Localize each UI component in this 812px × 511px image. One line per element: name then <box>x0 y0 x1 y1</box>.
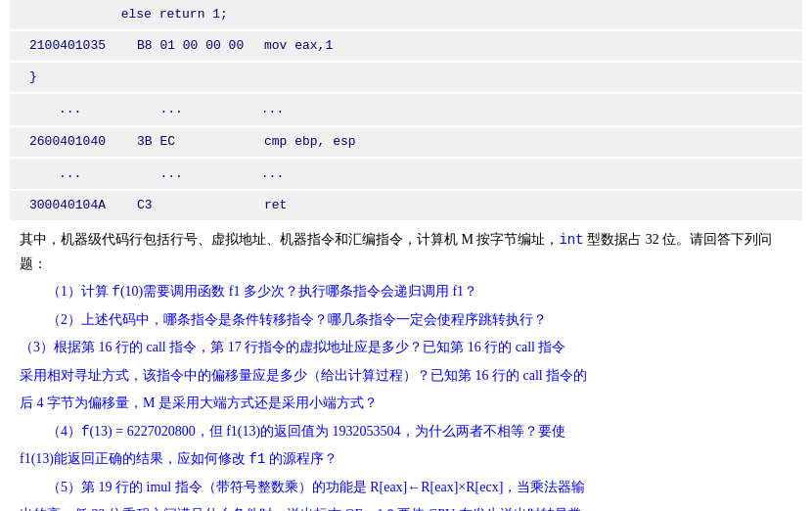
q4-indent <box>20 420 47 444</box>
q5-indent <box>20 476 47 500</box>
code-line-2: 2100401035 B8 01 00 00 00 mov eax,1 <box>29 35 783 57</box>
ellipsis-2-col3: ... <box>261 163 284 185</box>
code-section-4: 300040104A C3 ret <box>10 191 802 220</box>
int-keyword: int <box>559 232 583 248</box>
code-line-5: 300040104A C3 ret <box>29 195 783 216</box>
ellipsis-row-2: ... ... ... <box>29 163 783 185</box>
code-instr-4: cmp ebp, esp <box>264 131 356 153</box>
main-container: else return 1; 2100401035 B8 01 00 00 00… <box>0 0 812 511</box>
ellipsis-2-col2: ... <box>159 163 182 185</box>
question-3-line3: 后 4 字节为偏移量，M 是采用大端方式还是采用小端方式？ <box>20 392 792 416</box>
question-4-line2: f1(13)能返回正确的结果，应如何修改 f1 的源程序？ <box>20 447 792 472</box>
q3-line3-text: 后 4 字节为偏移量，M 是采用大端方式还是采用小端方式？ <box>20 395 378 410</box>
q3-line2-text: 采用相对寻址方式，该指令中的偏移量应是多少（给出计算过程）？已知第 16 行的 … <box>20 368 587 383</box>
code-line-4: 2600401040 3B EC cmp ebp, esp <box>29 131 783 153</box>
q4-line2-text: f1(13)能返回正确的结果，应如何修改 f1 的源程序？ <box>20 451 338 466</box>
q2-text: （2）上述代码中，哪条指令是条件转移指令？哪几条指令一定会使程序跳转执行？ <box>47 312 547 327</box>
ellipsis-2-col1: ... <box>59 163 81 185</box>
code-section-3: 2600401040 3B EC cmp ebp, esp <box>10 127 802 157</box>
code-content-1: else return 1; <box>121 4 228 25</box>
code-hex-4: 3B EC <box>137 131 264 153</box>
q3-line1-text: （3）根据第 16 行的 call 指令，第 17 行指令的虚拟地址应是多少？已… <box>20 340 565 354</box>
text-section: 其中，机器级代码行包括行号、虚拟地址、机器指令和汇编指令，计算机 M 按字节编址… <box>10 222 802 511</box>
ellipsis-1-col1: ... <box>59 98 81 120</box>
ellipsis-1-col3: ... <box>261 98 284 120</box>
code-addr-5: 300040104A <box>29 195 137 216</box>
brace-content: } <box>29 67 783 88</box>
code-instr-5: ret <box>264 195 287 216</box>
code-addr-4: 2600401040 <box>29 131 137 153</box>
q4-line1-text: （4）f(13) = 6227020800，但 f1(13)的返回值为 1932… <box>47 424 565 439</box>
intro-text: 其中，机器级代码行包括行号、虚拟地址、机器指令和汇编指令，计算机 M 按字节编址… <box>20 228 792 276</box>
question-3-line2: 采用相对寻址方式，该指令中的偏移量应是多少（给出计算过程）？已知第 16 行的 … <box>20 364 792 389</box>
question-5-line1: （5）第 19 行的 imul 指令（带符号整数乘）的功能是 R[eax]←R[… <box>20 476 792 500</box>
q5-line2-text: 出的高、低 32 位乘积之间满足什么条件时，溢出标志 OF = 1？要使 CPU… <box>20 507 582 511</box>
code-hex-5: C3 <box>137 195 264 216</box>
question-1: （1）计算 f(10)需要调用函数 f1 多少次？执行哪条指令会递归调用 f1？ <box>20 280 792 304</box>
code-addr-2: 2100401035 <box>29 35 137 57</box>
code-brace: } <box>10 63 802 92</box>
question-5-line2: 出的高、低 32 位乘积之间满足什么条件时，溢出标志 OF = 1？要使 CPU… <box>20 503 792 511</box>
code-instr-2: mov eax,1 <box>264 35 333 57</box>
code-hex-2: B8 01 00 00 00 <box>137 35 264 57</box>
code-line-1: else return 1; <box>29 4 783 25</box>
ellipsis-1-col2: ... <box>159 98 182 120</box>
question-3-line1: （3）根据第 16 行的 call 指令，第 17 行指令的虚拟地址应是多少？已… <box>20 336 792 360</box>
question-2: （2）上述代码中，哪条指令是条件转移指令？哪几条指令一定会使程序跳转执行？ <box>20 308 792 333</box>
ellipsis-section-1: ... ... ... <box>10 94 802 124</box>
q1-text: （1）计算 f(10)需要调用函数 f1 多少次？执行哪条指令会递归调用 f1？ <box>47 284 477 299</box>
code-section: else return 1; <box>10 0 802 29</box>
code-indent-1 <box>29 4 121 25</box>
q5-line1-text: （5）第 19 行的 imul 指令（带符号整数乘）的功能是 R[eax]←R[… <box>47 480 585 494</box>
ellipsis-row-1: ... ... ... <box>29 98 783 120</box>
code-section-2: 2100401035 B8 01 00 00 00 mov eax,1 <box>10 31 802 61</box>
ellipsis-section-2: ... ... ... <box>10 159 802 189</box>
question-4-line1: （4）f(13) = 6227020800，但 f1(13)的返回值为 1932… <box>20 420 792 444</box>
